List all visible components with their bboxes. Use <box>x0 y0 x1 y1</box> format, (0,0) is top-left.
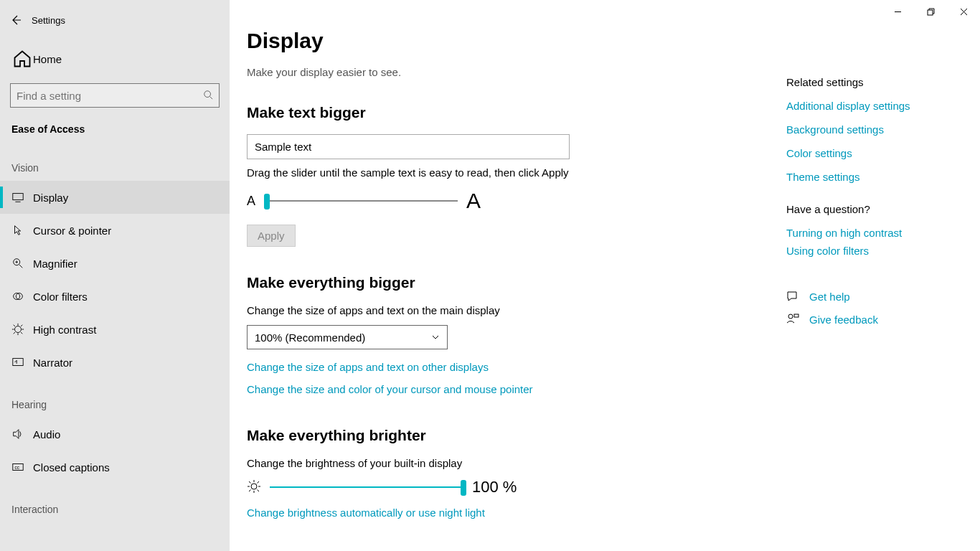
home-icon <box>11 48 33 70</box>
nav-magnifier-label: Magnifier <box>33 258 77 270</box>
link-color-settings[interactable]: Color settings <box>786 147 966 159</box>
feedback-icon <box>786 313 799 326</box>
scale-dropdown[interactable]: 100% (Recommended) <box>247 325 448 349</box>
page-title: Display <box>247 29 769 53</box>
section-make-everything-bigger: Make everything bigger <box>247 274 769 291</box>
search-input[interactable] <box>17 90 203 102</box>
back-button[interactable] <box>0 14 32 26</box>
svg-line-1 <box>210 96 213 99</box>
nav-closed-captions[interactable]: cc Closed captions <box>0 451 230 484</box>
brightness-value: 100 % <box>472 478 517 496</box>
scale-desc: Change the size of apps and text on the … <box>247 304 769 316</box>
sample-text-box: Sample text <box>247 134 570 159</box>
chevron-down-icon <box>431 333 440 342</box>
section-make-text-bigger: Make text bigger <box>247 104 769 121</box>
display-icon <box>11 191 33 204</box>
text-size-slider-thumb[interactable] <box>264 194 270 209</box>
nav-color-filters-label: Color filters <box>33 291 88 303</box>
content: Display Make your display easier to see.… <box>230 0 786 551</box>
nav-high-contrast[interactable]: High contrast <box>0 313 230 346</box>
text-size-slider[interactable] <box>264 200 458 202</box>
search-box[interactable] <box>10 83 220 108</box>
nav-magnifier[interactable]: Magnifier <box>0 247 230 280</box>
svg-line-17 <box>14 332 15 334</box>
section-make-everything-brighter: Make everything brighter <box>247 427 769 444</box>
search-icon <box>203 90 213 102</box>
link-other-displays[interactable]: Change the size of apps and text on othe… <box>247 361 769 373</box>
svg-text:cc: cc <box>15 465 19 470</box>
minimize-button[interactable] <box>881 0 914 23</box>
page-subtitle: Make your display easier to see. <box>247 66 769 78</box>
sidebar: Settings Home Ease of Access Vision Disp… <box>0 0 230 551</box>
svg-rect-19 <box>13 359 23 366</box>
svg-line-16 <box>21 332 22 334</box>
link-background-settings[interactable]: Background settings <box>786 123 966 136</box>
home-label: Home <box>33 53 62 65</box>
get-help-row[interactable]: Get help <box>786 290 966 303</box>
svg-line-33 <box>258 489 260 491</box>
svg-point-10 <box>15 326 22 333</box>
related-settings-header: Related settings <box>786 76 966 88</box>
brightness-slider-thumb[interactable] <box>461 480 466 496</box>
nav-audio-label: Audio <box>33 428 60 441</box>
brightness-icon <box>247 479 261 496</box>
group-interaction: Interaction <box>0 484 230 522</box>
home-nav[interactable]: Home <box>0 43 230 75</box>
nav-color-filters[interactable]: Color filters <box>0 280 230 313</box>
magnifier-icon <box>11 257 33 270</box>
text-slider-desc: Drag the slider until the sample text is… <box>247 166 769 179</box>
cursor-icon <box>11 224 33 237</box>
narrator-icon <box>11 356 33 369</box>
maximize-button[interactable] <box>914 0 947 23</box>
closed-captions-icon: cc <box>11 461 33 474</box>
main-area: Display Make your display easier to see.… <box>230 0 980 551</box>
back-arrow-icon <box>10 14 22 26</box>
close-button[interactable] <box>947 0 980 23</box>
high-contrast-icon <box>11 323 33 336</box>
link-cursor-size[interactable]: Change the size and color of your cursor… <box>247 383 769 395</box>
svg-rect-24 <box>928 10 933 15</box>
svg-rect-37 <box>794 314 798 317</box>
brightness-slider[interactable] <box>270 486 463 488</box>
nav-cursor-label: Cursor & pointer <box>33 225 111 237</box>
give-feedback-label: Give feedback <box>809 314 878 326</box>
get-help-label: Get help <box>809 291 850 303</box>
svg-point-36 <box>788 314 793 319</box>
nav-display[interactable]: Display <box>0 181 230 214</box>
link-additional-display[interactable]: Additional display settings <box>786 100 966 112</box>
group-hearing: Hearing <box>0 379 230 418</box>
svg-line-32 <box>249 481 251 484</box>
svg-line-35 <box>258 481 260 484</box>
nav-narrator[interactable]: Narrator <box>0 346 230 379</box>
svg-line-15 <box>14 325 15 326</box>
brightness-row: 100 % <box>247 478 769 496</box>
svg-point-27 <box>251 484 257 489</box>
give-feedback-row[interactable]: Give feedback <box>786 313 966 326</box>
svg-line-34 <box>249 489 251 491</box>
right-column: Related settings Additional display sett… <box>786 0 980 551</box>
search-wrap <box>10 83 220 108</box>
nav-cursor[interactable]: Cursor & pointer <box>0 214 230 247</box>
nav-narrator-label: Narrator <box>33 357 72 369</box>
link-theme-settings[interactable]: Theme settings <box>786 171 966 183</box>
link-night-light[interactable]: Change brightness automatically or use n… <box>247 507 769 519</box>
link-using-color-filters[interactable]: Using color filters <box>786 245 966 257</box>
scale-dropdown-value: 100% (Recommended) <box>255 331 365 344</box>
help-icon <box>786 290 799 303</box>
nav-audio[interactable]: Audio <box>0 418 230 451</box>
brightness-desc: Change the brightness of your built-in d… <box>247 457 769 469</box>
small-a-label: A <box>247 194 255 209</box>
big-a-label: A <box>466 189 481 213</box>
apply-button: Apply <box>247 225 296 247</box>
link-turning-on-high-contrast[interactable]: Turning on high contrast <box>786 227 966 239</box>
svg-rect-2 <box>13 194 23 200</box>
window-controls <box>881 0 980 23</box>
app-title: Settings <box>32 15 65 26</box>
svg-point-0 <box>204 90 211 97</box>
audio-icon <box>11 428 33 441</box>
nav-closed-captions-label: Closed captions <box>33 461 110 474</box>
category-header: Ease of Access <box>0 108 230 142</box>
text-size-slider-row: A A <box>247 189 769 213</box>
color-filters-icon <box>11 290 33 303</box>
svg-line-5 <box>19 265 23 268</box>
